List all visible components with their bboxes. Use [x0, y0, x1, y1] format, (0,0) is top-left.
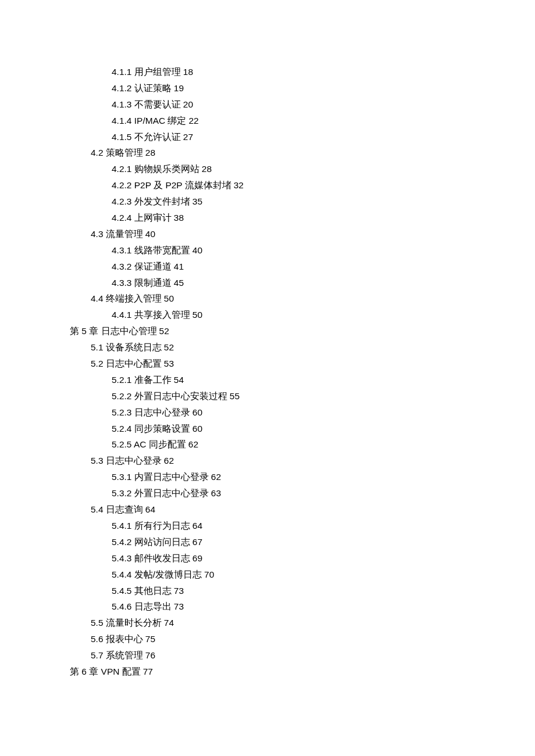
toc-entry[interactable]: 5.3.1 内置日志中心登录62 [70, 469, 465, 485]
toc-entry[interactable]: 4.3 流量管理40 [70, 226, 465, 242]
toc-entry-page: 27 [183, 132, 193, 142]
toc-entry-label: 5.3.2 外置日志中心登录 [112, 488, 209, 498]
toc-entry[interactable]: 5.3.2 外置日志中心登录63 [70, 485, 465, 501]
toc-entry[interactable]: 5.1 设备系统日志52 [70, 339, 465, 356]
toc-entry[interactable]: 5.4 日志查询64 [70, 501, 465, 518]
toc-entry-page: 73 [174, 601, 184, 611]
toc-entry-page: 77 [143, 667, 153, 676]
toc-entry-page: 32 [234, 180, 244, 190]
toc-entry[interactable]: 第 6 章 VPN 配置77 [70, 664, 465, 680]
toc-entry[interactable]: 4.2.4 上网审计38 [70, 210, 465, 226]
toc-entry[interactable]: 5.3 日志中心登录62 [70, 453, 465, 469]
toc-entry-label: 4.3.2 保证通道 [112, 261, 172, 271]
toc-entry-page: 50 [192, 310, 202, 320]
toc-entry-label: 5.2.4 同步策略设置 [112, 424, 190, 433]
toc-entry-page: 50 [164, 293, 174, 303]
toc-entry[interactable]: 5.7 系统管理76 [70, 647, 465, 664]
toc-entry[interactable]: 4.1.1 用户组管理18 [70, 64, 465, 80]
toc-entry-label: 5.4.4 发帖/发微博日志 [112, 569, 202, 579]
toc-entry-page: 19 [174, 83, 184, 93]
toc-entry[interactable]: 4.1.5 不允许认证27 [70, 129, 465, 145]
toc-entry-label: 5.3 日志中心登录 [91, 456, 162, 465]
toc-entry-label: 5.7 系统管理 [91, 650, 143, 660]
toc-entry-label: 5.2.2 外置日志中心安装过程 [112, 391, 227, 401]
toc-entry[interactable]: 5.2.1 准备工作54 [70, 372, 465, 388]
toc-entry[interactable]: 4.2 策略管理28 [70, 145, 465, 161]
toc-entry-page: 18 [183, 67, 193, 77]
toc-entry[interactable]: 4.2.1 购物娱乐类网站28 [70, 161, 465, 177]
toc-entry-label: 5.1 设备系统日志 [91, 342, 162, 352]
toc-entry[interactable]: 5.2.5 AC 同步配置62 [70, 436, 465, 453]
toc-entry[interactable]: 5.6 报表中心75 [70, 631, 465, 647]
toc-entry-page: 28 [202, 164, 212, 174]
toc-entry[interactable]: 5.2.3 日志中心登录60 [70, 404, 465, 421]
toc-entry-page: 45 [174, 278, 184, 288]
toc-entry-label: 4.1.3 不需要认证 [112, 99, 181, 109]
toc-entry-page: 53 [164, 359, 174, 368]
toc-entry[interactable]: 4.3.2 保证通道41 [70, 259, 465, 275]
toc-entry-page: 60 [192, 407, 202, 417]
toc-entry[interactable]: 5.4.4 发帖/发微博日志70 [70, 567, 465, 583]
toc-entry-label: 5.2.5 AC 同步配置 [112, 439, 186, 449]
toc-entry-label: 4.1.5 不允许认证 [112, 132, 181, 142]
toc-entry-label: 4.4.1 共享接入管理 [112, 310, 190, 320]
toc-entry[interactable]: 4.3.3 限制通道45 [70, 275, 465, 291]
toc-entry[interactable]: 4.1.4 IP/MAC 绑定22 [70, 113, 465, 129]
toc-entry-label: 4.1.1 用户组管理 [112, 67, 181, 77]
toc-entry-label: 5.6 报表中心 [91, 634, 143, 644]
toc-entry[interactable]: 4.2.3 外发文件封堵35 [70, 194, 465, 210]
toc-entry-label: 4.3.1 线路带宽配置 [112, 245, 190, 255]
toc-entry-label: 5.4 日志查询 [91, 504, 143, 514]
toc-entry-page: 22 [188, 116, 198, 126]
toc-entry[interactable]: 4.3.1 线路带宽配置40 [70, 242, 465, 259]
toc-entry-label: 4.2.2 P2P 及 P2P 流媒体封堵 [112, 180, 231, 190]
toc-entry-page: 40 [145, 229, 155, 239]
toc-entry[interactable]: 5.4.2 网站访问日志67 [70, 534, 465, 550]
toc-entry-page: 35 [192, 196, 202, 206]
toc-entry-label: 4.1.4 IP/MAC 绑定 [112, 116, 186, 126]
toc-entry[interactable]: 4.4 终端接入管理50 [70, 291, 465, 307]
toc-entry[interactable]: 5.4.3 邮件收发日志69 [70, 550, 465, 567]
toc-entry-page: 38 [174, 213, 184, 223]
toc-entry-page: 64 [192, 521, 202, 531]
toc-entry-label: 5.3.1 内置日志中心登录 [112, 472, 209, 482]
toc-entry-label: 第 6 章 VPN 配置 [70, 667, 141, 676]
toc-entry-label: 5.2.1 准备工作 [112, 375, 172, 385]
toc-entry-page: 60 [192, 424, 202, 433]
toc-entry-page: 67 [192, 537, 202, 547]
toc-entry[interactable]: 5.4.1 所有行为日志64 [70, 518, 465, 534]
toc-entry-page: 54 [174, 375, 184, 385]
toc-entry-page: 70 [204, 569, 214, 579]
toc-entry-page: 55 [230, 391, 240, 401]
toc-entry[interactable]: 第 5 章 日志中心管理52 [70, 323, 465, 339]
table-of-contents: 4.1.1 用户组管理184.1.2 认证策略194.1.3 不需要认证204.… [70, 64, 465, 680]
toc-entry-page: 76 [145, 650, 155, 660]
toc-entry-label: 4.3.3 限制通道 [112, 278, 172, 288]
toc-entry-page: 69 [192, 553, 202, 563]
toc-entry-page: 52 [159, 326, 169, 336]
toc-entry[interactable]: 4.1.2 认证策略19 [70, 80, 465, 96]
toc-entry-label: 第 5 章 日志中心管理 [70, 326, 157, 336]
toc-entry[interactable]: 5.4.6 日志导出73 [70, 599, 465, 615]
toc-entry[interactable]: 5.2 日志中心配置53 [70, 356, 465, 372]
toc-entry-page: 28 [145, 148, 155, 157]
toc-entry-label: 5.4.5 其他日志 [112, 586, 172, 596]
toc-entry-label: 5.4.2 网站访问日志 [112, 537, 190, 547]
toc-entry-page: 62 [211, 472, 221, 482]
toc-entry-label: 4.2.1 购物娱乐类网站 [112, 164, 199, 174]
toc-entry-page: 73 [174, 586, 184, 596]
toc-entry-page: 62 [188, 439, 198, 449]
toc-entry-label: 5.4.1 所有行为日志 [112, 521, 190, 531]
toc-entry-page: 20 [183, 99, 193, 109]
toc-entry[interactable]: 4.1.3 不需要认证20 [70, 96, 465, 113]
toc-entry-page: 40 [192, 245, 202, 255]
toc-entry-label: 5.5 流量时长分析 [91, 618, 162, 628]
toc-entry[interactable]: 4.4.1 共享接入管理50 [70, 307, 465, 323]
toc-entry-label: 5.2 日志中心配置 [91, 359, 162, 368]
toc-entry[interactable]: 4.2.2 P2P 及 P2P 流媒体封堵32 [70, 177, 465, 194]
toc-entry[interactable]: 5.2.4 同步策略设置60 [70, 421, 465, 437]
toc-entry[interactable]: 5.2.2 外置日志中心安装过程55 [70, 388, 465, 404]
toc-entry[interactable]: 5.5 流量时长分析74 [70, 615, 465, 631]
toc-entry[interactable]: 5.4.5 其他日志73 [70, 583, 465, 599]
toc-entry-label: 4.3 流量管理 [91, 229, 143, 239]
